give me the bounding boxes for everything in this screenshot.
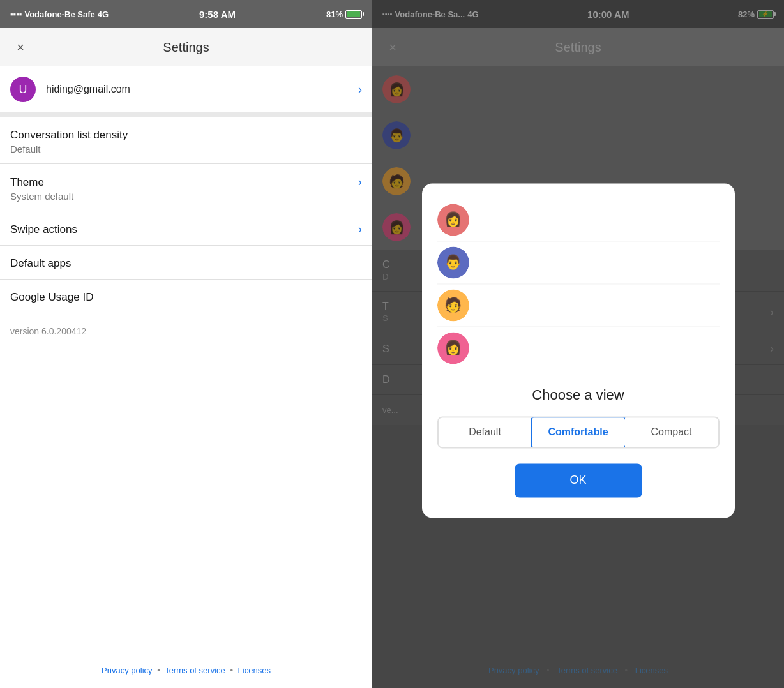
signal-icon: ▪▪▪▪ [10,10,22,19]
left-panel: ▪▪▪▪ Vodafone-Be Safe 4G 9:58 AM 81% × S… [0,0,372,688]
settings-item-label: Default apps [10,257,71,270]
settings-item-swipe[interactable]: Swipe actions › [0,211,372,246]
modal-avatar-inner-3: 🧑 [437,289,469,321]
settings-item-value: Default [10,144,362,154]
footer-links: Privacy policy • Terms of service • Lice… [0,666,372,675]
dialog-title: Choose a view [422,387,735,403]
account-email: hiding@gmail.com [46,84,348,95]
modal-avatar-item-1: 👩 [437,198,720,241]
left-battery-area: 81% [326,10,362,19]
account-row[interactable]: U hiding@gmail.com › [0,66,372,112]
view-option-compact[interactable]: Compact [625,417,718,447]
modal-avatar-circle-1: 👩 [437,204,469,236]
terms-of-service-link[interactable]: Terms of service [165,666,225,675]
left-network: 4G [98,10,109,19]
left-app-header: × Settings [0,28,372,66]
modal-avatar-circle-2: 👨 [437,246,469,278]
modal-avatar-item-2: 👨 [437,241,720,284]
modal-avatar-item-3: 🧑 [437,284,720,327]
settings-item-label: Google Usage ID [10,291,93,304]
left-battery-pct: 81% [326,10,343,19]
close-button[interactable]: × [10,37,31,57]
left-status-bar: ▪▪▪▪ Vodafone-Be Safe 4G 9:58 AM 81% [0,0,372,28]
settings-item-row: Conversation list density [10,129,362,142]
modal-avatar-circle-3: 🧑 [437,289,469,321]
settings-item-value: System default [10,191,362,202]
view-option-default[interactable]: Default [439,417,532,447]
view-option-comfortable[interactable]: Comfortable [531,416,626,448]
settings-item-row: Google Usage ID [10,291,362,304]
battery-fill [347,11,359,17]
settings-section: Conversation list density Default Theme … [0,112,372,688]
modal-avatar-inner-2: 👨 [437,246,469,278]
privacy-policy-link[interactable]: Privacy policy [102,666,152,675]
battery-icon [345,10,362,19]
modal-avatar-circle-4: 👩 [437,332,469,364]
chevron-right-icon: › [358,83,362,96]
dot-separator-2: • [230,666,233,675]
left-time: 9:58 AM [199,9,236,20]
chevron-right-icon: › [358,176,362,189]
settings-item-row: Swipe actions › [10,223,362,236]
settings-item-row: Default apps [10,257,362,270]
modal-avatar-inner-1: 👩 [437,204,469,236]
left-status-left: ▪▪▪▪ Vodafone-Be Safe 4G [10,10,109,19]
left-carrier: Vodafone-Be Safe [24,10,94,19]
dot-separator-1: • [157,666,160,675]
chevron-right-icon: › [358,223,362,236]
settings-item-row: Theme › [10,176,362,189]
version-text: version 6.0.200412 [0,313,372,349]
settings-item-theme[interactable]: Theme › System default [0,164,372,211]
modal-avatar-item-4: 👩 [437,327,720,369]
modal-avatar-list: 👩 👨 🧑 👩 [422,183,735,379]
settings-item-default-apps[interactable]: Default apps [0,246,372,280]
choose-view-dialog: 👩 👨 🧑 👩 Choose a view [422,183,735,518]
avatar: U [10,77,36,102]
settings-item-google-usage[interactable]: Google Usage ID [0,280,372,313]
settings-item-label: Theme [10,176,44,189]
modal-avatar-inner-4: 👩 [437,332,469,364]
settings-item-label: Swipe actions [10,223,77,236]
close-icon: × [17,40,24,55]
left-page-title: Settings [163,40,209,55]
right-panel: ▪▪▪▪ Vodafone-Be Sa... 4G 10:00 AM 82% ⚡… [372,0,784,688]
licenses-link[interactable]: Licenses [238,666,271,675]
settings-item-conversation-density[interactable]: Conversation list density Default [0,117,372,164]
ok-button[interactable]: OK [515,463,642,497]
settings-item-label: Conversation list density [10,129,128,142]
view-selector: Default Comfortable Compact [437,416,720,448]
avatar-initial: U [19,83,27,96]
